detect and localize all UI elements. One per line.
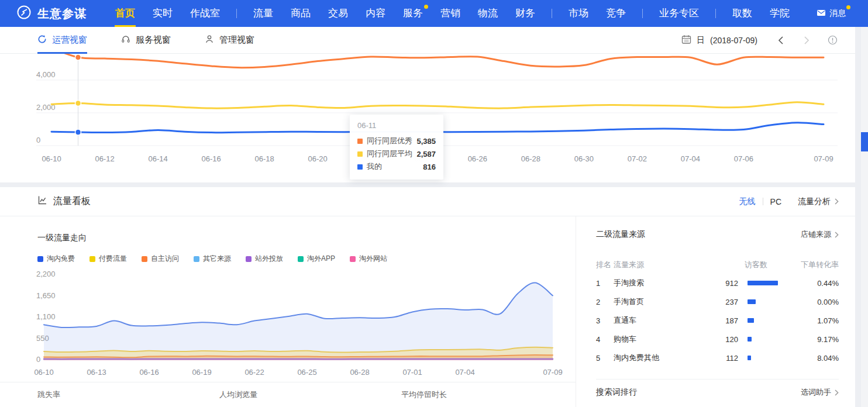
visitors-cell: 912	[703, 279, 738, 288]
svg-text:06-14: 06-14	[148, 154, 167, 163]
panel-title: 流量看板	[53, 195, 91, 208]
legend-item-external-site[interactable]: 淘外网站	[350, 254, 387, 264]
nav-item-business-zone[interactable]: 业务专区	[650, 0, 708, 27]
source-row-2[interactable]: 2 手淘首页 237 0.00%	[596, 292, 839, 311]
date-value: (2018-07-09)	[710, 36, 757, 45]
source-row-4[interactable]: 4 购物车 120 9.17%	[596, 330, 839, 349]
nav-item-home[interactable]: 首页	[106, 0, 144, 27]
brand[interactable]: 生意参谋	[0, 5, 87, 22]
nav-message[interactable]: 消息	[817, 8, 853, 19]
nav-item-realtime[interactable]: 实时	[144, 0, 181, 27]
rank-cell: 2	[596, 298, 614, 306]
svg-text:0: 0	[36, 136, 40, 144]
visitors-bar	[748, 299, 756, 304]
svg-text:0: 0	[36, 355, 40, 364]
peer-avg-label: 同行同层平均	[367, 149, 412, 159]
next-date-button[interactable]	[804, 36, 810, 45]
svg-text:06-18: 06-18	[255, 154, 274, 163]
chevron-right-icon	[835, 389, 839, 396]
person-icon	[205, 35, 214, 46]
legend-item-taonei-free[interactable]: 淘内免费	[37, 254, 75, 264]
legend-label: 付费流量	[99, 254, 127, 264]
nav-item-academy[interactable]: 学院	[761, 0, 798, 27]
legend-swatch	[194, 256, 199, 262]
headset-icon	[121, 35, 130, 46]
metric-label: 人均浏览量	[219, 389, 401, 400]
traffic-area-chart[interactable]: 05501,1001,6502,20006-1006-1306-1606-190…	[0, 266, 576, 382]
legend-swatch	[89, 256, 95, 262]
peer-avg-value: 2,587	[416, 150, 436, 158]
legend-label: 淘内免费	[47, 254, 75, 264]
legend-label: 站外投放	[255, 254, 283, 264]
legend-swatch	[246, 256, 252, 262]
source-row-5[interactable]: 5 淘内免费其他 112 8.04%	[596, 349, 839, 367]
legend-item-offsite-ads[interactable]: 站外投放	[246, 254, 283, 264]
nav-item-market[interactable]: 市场	[560, 0, 597, 27]
date-picker[interactable]: 日 (2018-07-09)	[681, 35, 757, 46]
toggle-separator	[763, 198, 763, 205]
shop-sources-link[interactable]: 店铺来源	[801, 229, 839, 240]
svg-text:07-06: 07-06	[734, 154, 753, 163]
svg-text:06-19: 06-19	[192, 368, 211, 377]
svg-text:06-30: 06-30	[574, 154, 594, 163]
nav-item-finance[interactable]: 财务	[507, 0, 544, 27]
calendar-icon	[681, 35, 691, 46]
nav-item-data-extract[interactable]: 取数	[724, 0, 761, 27]
nav-item-logistics[interactable]: 物流	[469, 0, 507, 27]
scrollbar-thumb[interactable]	[861, 132, 868, 151]
legend-item-external-app[interactable]: 淘外APP	[298, 254, 335, 264]
prev-date-button[interactable]	[777, 36, 784, 45]
metric-bounce-rate: 跳失率 59.72%	[37, 389, 219, 407]
sources-rows: 1 手淘搜索 912 0.44% 2 手淘首页 237 0.00% 3 直通车 …	[596, 274, 839, 367]
source-name-cell: 手淘搜索	[614, 278, 703, 288]
svg-text:1,100: 1,100	[36, 312, 56, 321]
svg-text:06-28: 06-28	[350, 368, 369, 377]
legend-item-paid-traffic[interactable]: 付费流量	[89, 254, 127, 264]
metric-label: 平均停留时长	[401, 389, 452, 400]
source-row-3[interactable]: 3 直通车 187 1.07%	[596, 311, 839, 330]
page-gap	[0, 182, 868, 187]
svg-text:07-02: 07-02	[628, 154, 647, 163]
chevron-right-icon	[835, 232, 839, 238]
svg-text:06-22: 06-22	[244, 368, 264, 377]
nav-divider	[642, 9, 643, 18]
source-row-1[interactable]: 1 手淘搜索 912 0.44%	[596, 274, 839, 292]
nav-item-traffic[interactable]: 流量	[244, 0, 282, 27]
word-picker-label: 选词助手	[801, 387, 831, 398]
peer-best-value: 5,385	[416, 137, 436, 146]
nav-item-marketing[interactable]: 营销	[432, 0, 469, 27]
tab-management-view[interactable]: 管理视窗	[205, 27, 254, 53]
nav-items: 首页 实时 作战室 流量 商品 交易 内容 服务 营销 物流 财务 市场 竞争 …	[106, 0, 798, 27]
nav-item-war-room[interactable]: 作战室	[181, 0, 229, 27]
svg-text:06-28: 06-28	[521, 154, 540, 163]
tab-service-view[interactable]: 服务视窗	[121, 27, 171, 53]
pc-toggle[interactable]: PC	[770, 197, 781, 206]
page-scrollbar[interactable]	[861, 27, 868, 407]
svg-text:06-10: 06-10	[42, 154, 61, 163]
svg-text:07-01: 07-01	[402, 368, 422, 377]
rank-cell: 4	[596, 335, 614, 344]
word-picker-link[interactable]: 选词助手	[801, 387, 839, 398]
mine-value: 816	[423, 163, 436, 171]
nav-item-trade[interactable]: 交易	[319, 0, 357, 27]
source-name-cell: 手淘首页	[614, 296, 703, 307]
info-icon[interactable]	[828, 35, 838, 45]
traffic-analysis-label: 流量分析	[798, 196, 831, 207]
line-chart-icon	[37, 195, 47, 208]
panel-title-group: 流量看板	[37, 195, 91, 208]
rank-cell: 1	[596, 279, 614, 288]
svg-text:06-13: 06-13	[87, 368, 106, 377]
nav-item-competition[interactable]: 竞争	[597, 0, 635, 27]
tooltip-row-peer-avg: 同行同层平均 2,587	[357, 147, 436, 160]
legend-item-direct-visit[interactable]: 自主访问	[142, 254, 179, 264]
nav-item-products[interactable]: 商品	[282, 0, 319, 27]
traffic-analysis-link[interactable]: 流量分析	[798, 196, 839, 207]
legend-item-other-sources[interactable]: 其它来源	[194, 254, 231, 264]
nav-divider	[236, 9, 237, 18]
wireless-toggle[interactable]: 无线	[739, 196, 756, 207]
tab-operation-view[interactable]: 运营视窗	[37, 27, 87, 53]
nav-item-content[interactable]: 内容	[357, 0, 394, 27]
nav-item-service[interactable]: 服务	[394, 0, 432, 27]
peer-avg-swatch	[357, 151, 363, 157]
tab-management-view-label: 管理视窗	[219, 35, 254, 46]
